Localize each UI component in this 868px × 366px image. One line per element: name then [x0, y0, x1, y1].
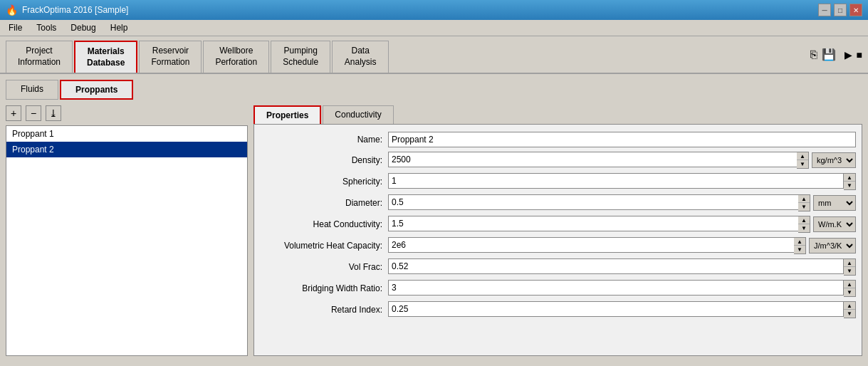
tab-materials-database[interactable]: Materials Database — [74, 41, 137, 73]
menu-debug[interactable]: Debug — [65, 21, 101, 34]
label-name: Name: — [260, 135, 388, 145]
sphericity-up[interactable]: ▲ — [844, 174, 855, 182]
label-vol-heat-capacity: Volumetric Heat Capacity: — [260, 241, 388, 251]
proppant-list[interactable]: Proppant 1 Proppant 2 — [6, 125, 248, 356]
title-bar-controls[interactable]: ─ □ ✕ — [818, 4, 862, 16]
field-name: Name: — [260, 132, 856, 147]
sub-tabs: Fluids Proppants — [6, 80, 862, 100]
diameter-spinner-btns: ▲ ▼ — [798, 194, 810, 211]
input-retard-index[interactable] — [388, 301, 844, 317]
vol-frac-down[interactable]: ▼ — [844, 267, 855, 275]
field-vol-heat-capacity: Volumetric Heat Capacity: ▲ ▼ J/m^3/K — [260, 237, 856, 254]
menu-bar: File Tools Debug Help — [0, 20, 868, 36]
field-heat-conductivity: Heat Conductivity: ▲ ▼ W/m.K — [260, 216, 856, 233]
density-unit[interactable]: kg/m^3 lb/ft^3 — [812, 152, 856, 168]
save-icon[interactable]: 💾 — [822, 48, 836, 61]
input-vol-frac[interactable] — [388, 258, 844, 274]
add-button[interactable]: + — [6, 105, 21, 121]
vol-heat-capacity-down[interactable]: ▼ — [794, 246, 805, 253]
density-spinner-btns: ▲ ▼ — [797, 152, 809, 169]
vol-heat-capacity-spinner-btns: ▲ ▼ — [794, 237, 806, 254]
prop-tab-properties[interactable]: Properties — [253, 105, 321, 124]
vol-frac-up[interactable]: ▲ — [844, 259, 855, 267]
tab-data-analysis[interactable]: Data Analysis — [332, 41, 389, 73]
diameter-up[interactable]: ▲ — [798, 195, 810, 203]
field-sphericity: Sphericity: ▲ ▼ — [260, 173, 856, 190]
density-spinner-group: ▲ ▼ — [388, 152, 809, 169]
bridging-width-up[interactable]: ▲ — [844, 281, 855, 288]
tab-project-information[interactable]: Project Information — [6, 41, 73, 73]
heat-conductivity-spinner-group: ▲ ▼ — [388, 216, 810, 233]
menu-help[interactable]: Help — [105, 21, 134, 34]
maximize-button[interactable]: □ — [834, 4, 847, 16]
app-title: FrackOptima 2016 [Sample] — [22, 5, 128, 15]
label-density: Density: — [260, 155, 388, 165]
label-diameter: Diameter: — [260, 198, 388, 208]
input-vol-heat-capacity[interactable] — [388, 237, 794, 253]
content-area: Fluids Proppants + − ⤓ Proppant 1 Proppa… — [0, 74, 868, 362]
vol-heat-capacity-spinner-group: ▲ ▼ — [388, 237, 806, 254]
tab-pumping-schedule[interactable]: Pumping Schedule — [271, 41, 330, 73]
download-button[interactable]: ⤓ — [46, 105, 61, 121]
nav-tab-icons: ⎘ 💾 ▶ ■ — [810, 41, 862, 73]
heat-conductivity-up[interactable]: ▲ — [798, 216, 810, 224]
input-name[interactable] — [388, 132, 856, 147]
field-retard-index: Retard Index: ▲ ▼ — [260, 301, 856, 318]
label-heat-conductivity: Heat Conductivity: — [260, 219, 388, 229]
label-retard-index: Retard Index: — [260, 305, 388, 315]
prop-tab-conductivity[interactable]: Conductivity — [323, 105, 393, 124]
right-panel: Properties Conductivity Name: Density: ▲ — [253, 105, 862, 356]
copy-icon[interactable]: ⎘ — [810, 48, 817, 61]
label-vol-frac: Vol Frac: — [260, 262, 388, 272]
input-heat-conductivity[interactable] — [388, 216, 798, 231]
subtab-proppants[interactable]: Proppants — [60, 80, 133, 100]
field-density: Density: ▲ ▼ kg/m^3 lb/ft^3 — [260, 152, 856, 169]
input-sphericity[interactable] — [388, 173, 844, 189]
field-vol-frac: Vol Frac: ▲ ▼ — [260, 258, 856, 276]
bridging-width-spinner-btns: ▲ ▼ — [844, 280, 856, 297]
arrow-right-icon[interactable]: ▶ — [845, 49, 852, 61]
list-item[interactable]: Proppant 1 — [6, 126, 247, 142]
sphericity-down[interactable]: ▼ — [844, 182, 855, 189]
input-bridging-width[interactable] — [388, 280, 844, 296]
close-button[interactable]: ✕ — [849, 4, 862, 16]
retard-index-spinner-btns: ▲ ▼ — [844, 301, 856, 318]
minimize-button[interactable]: ─ — [818, 4, 831, 16]
split-layout: + − ⤓ Proppant 1 Proppant 2 Properties C… — [6, 105, 862, 356]
vol-heat-capacity-unit[interactable]: J/m^3/K — [809, 238, 856, 253]
tab-wellbore-perforation[interactable]: Wellbore Perforation — [203, 41, 269, 73]
vol-frac-spinner-btns: ▲ ▼ — [844, 258, 856, 276]
density-down[interactable]: ▼ — [797, 160, 808, 168]
field-bridging-width: Bridging Width Ratio: ▲ ▼ — [260, 280, 856, 297]
list-item[interactable]: Proppant 2 — [6, 142, 247, 157]
list-toolbar: + − ⤓ — [6, 105, 248, 121]
heat-conductivity-spinner-btns: ▲ ▼ — [798, 216, 810, 233]
bridging-width-spinner-group: ▲ ▼ — [388, 280, 856, 297]
vol-frac-spinner-group: ▲ ▼ — [388, 258, 856, 276]
left-panel: + − ⤓ Proppant 1 Proppant 2 — [6, 105, 248, 356]
menu-tools[interactable]: Tools — [31, 21, 62, 34]
heat-conductivity-unit[interactable]: W/m.K — [813, 216, 856, 232]
bridging-width-down[interactable]: ▼ — [844, 288, 855, 296]
prop-content: Name: Density: ▲ ▼ kg/m^3 l — [253, 124, 862, 356]
menu-file[interactable]: File — [3, 21, 28, 34]
sphericity-spinner-btns: ▲ ▼ — [844, 173, 856, 190]
diameter-unit[interactable]: mm in — [813, 195, 856, 211]
input-diameter[interactable] — [388, 194, 798, 210]
title-bar: 🔥 FrackOptima 2016 [Sample] ─ □ ✕ — [0, 0, 868, 20]
sphericity-spinner-group: ▲ ▼ — [388, 173, 856, 190]
retard-index-down[interactable]: ▼ — [844, 310, 855, 318]
tab-reservoir-formation[interactable]: Reservoir Formation — [139, 41, 202, 73]
input-density[interactable] — [388, 152, 797, 167]
density-up[interactable]: ▲ — [797, 152, 808, 160]
remove-button[interactable]: − — [26, 105, 41, 121]
retard-index-spinner-group: ▲ ▼ — [388, 301, 856, 318]
retard-index-up[interactable]: ▲ — [844, 302, 855, 310]
heat-conductivity-down[interactable]: ▼ — [798, 224, 810, 232]
vol-heat-capacity-up[interactable]: ▲ — [794, 238, 805, 246]
field-diameter: Diameter: ▲ ▼ mm in — [260, 194, 856, 211]
title-bar-left: 🔥 FrackOptima 2016 [Sample] — [6, 4, 128, 16]
diameter-down[interactable]: ▼ — [798, 203, 810, 211]
subtab-fluids[interactable]: Fluids — [6, 80, 58, 100]
stop-icon[interactable]: ■ — [857, 49, 862, 61]
